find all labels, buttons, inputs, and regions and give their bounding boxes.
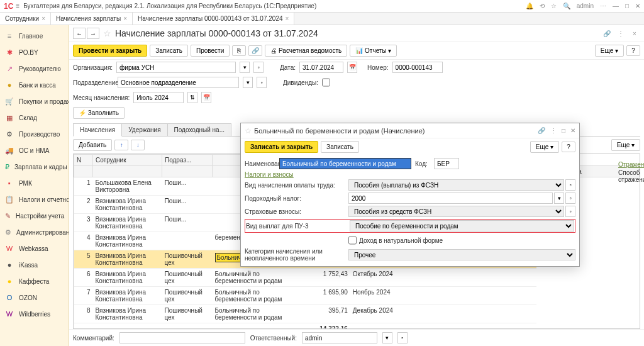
search-icon[interactable]: 🔍	[563, 3, 570, 9]
org-field[interactable]	[116, 62, 236, 73]
reports-dropdown[interactable]: 📊 Отчеты ▾	[350, 45, 397, 57]
menu-icon[interactable]: ≡	[16, 3, 19, 9]
grid-more-button[interactable]: Еще ▾	[611, 139, 640, 151]
table-row[interactable]: 7Вязникова Ирина КонстантиновнаПошивочны…	[74, 287, 640, 305]
tab-employees[interactable]: Сотрудники×	[0, 13, 51, 25]
link-icon[interactable]: 🔗	[601, 28, 613, 38]
open-icon[interactable]: ▫	[397, 332, 408, 343]
sidebar-item[interactable]: 📋Налоги и отчетность	[0, 191, 69, 208]
history-icon[interactable]: ⟲	[540, 3, 545, 9]
link-icon[interactable]: 🔗	[248, 45, 262, 56]
nav-fwd-button[interactable]: →	[87, 28, 99, 39]
sidebar-item[interactable]: ●Каффеста	[0, 273, 69, 289]
table-row[interactable]: 8Вязникова Ирина КонстантиновнаПошивочны…	[74, 305, 640, 323]
cat-field[interactable]: Прочее	[348, 249, 575, 260]
structure-icon[interactable]: ⎘	[232, 45, 246, 56]
sidebar-item[interactable]: ●Банк и касса	[0, 77, 69, 93]
name-field[interactable]	[279, 158, 411, 169]
sidebar-item[interactable]: OOZON	[0, 289, 69, 306]
div-field[interactable]	[118, 77, 239, 88]
dropdown-icon[interactable]: ▾	[240, 62, 250, 73]
modal-write-close-button[interactable]: Записать и закрыть	[245, 141, 318, 153]
favorite-icon[interactable]: ☆	[245, 126, 252, 135]
open-icon[interactable]: ▫	[565, 193, 575, 204]
move-up-button[interactable]: ↑	[114, 140, 128, 150]
sidebar-item[interactable]: ▦Склад	[0, 109, 69, 126]
modal-more-button[interactable]: Еще ▾	[530, 141, 559, 153]
link-icon[interactable]: 🔗	[538, 127, 545, 134]
comment-field[interactable]	[119, 332, 245, 343]
favorite-icon[interactable]: ☆	[103, 28, 111, 38]
nav-back-button[interactable]: ←	[73, 28, 86, 39]
maximize-icon[interactable]: □	[562, 127, 565, 134]
maximize-icon[interactable]: □	[625, 3, 629, 9]
sidebar-item[interactable]: ↗Руководителю	[0, 60, 69, 77]
open-icon[interactable]: ▫	[257, 77, 267, 88]
stepper-icon[interactable]: ⇅	[187, 92, 197, 103]
sidebar-item[interactable]: ⚙Производство	[0, 126, 69, 142]
post-close-button[interactable]: Провести и закрыть	[73, 45, 147, 57]
fill-button[interactable]: ⚡ Заполнить	[73, 107, 125, 119]
natural-income-checkbox[interactable]	[348, 235, 357, 246]
write-button[interactable]: Записать	[150, 45, 188, 57]
more-button[interactable]: Еще ▾	[595, 45, 624, 57]
sidebar-item[interactable]: ⚙Администрирование	[0, 224, 69, 240]
modal-write-button[interactable]: Записать	[321, 141, 359, 153]
column-header[interactable]: Подраз...	[162, 155, 213, 166]
calendar-icon[interactable]: 📅	[347, 62, 357, 73]
sidebar-item[interactable]: WWildberries	[0, 306, 69, 322]
sidebar-item[interactable]: ▪РМК	[0, 175, 69, 191]
user-name[interactable]: admin	[577, 3, 594, 9]
column-header[interactable]: Сотрудник	[93, 155, 162, 166]
sidebar-item[interactable]: ●iKassa	[0, 257, 69, 273]
open-icon[interactable]: ▫	[565, 179, 575, 191]
dropdown-icon[interactable]: ▾	[554, 193, 564, 204]
calendar-icon[interactable]: 📅	[201, 92, 211, 103]
strah-field[interactable]: Пособия из средств ФСЗН	[348, 206, 564, 217]
month-field[interactable]	[133, 92, 184, 103]
payroll-report-button[interactable]: 🖨 Расчетная ведомость	[265, 45, 347, 57]
more-icon[interactable]: ⋮	[550, 127, 557, 134]
tab-charges[interactable]: Начисления	[73, 123, 122, 137]
close-icon[interactable]: ✕	[635, 3, 640, 9]
date-field[interactable]	[299, 62, 343, 73]
tab-income-tax[interactable]: Подоходный на...	[167, 123, 231, 136]
bell-icon[interactable]: 🔔	[526, 3, 533, 9]
more-icon[interactable]: ⋮	[615, 28, 626, 38]
sidebar-item[interactable]: ✱PO.BY	[0, 44, 69, 60]
num-field[interactable]	[392, 62, 443, 73]
dividends-checkbox[interactable]	[322, 77, 330, 88]
open-icon[interactable]: ▫	[565, 206, 575, 217]
close-icon[interactable]: ×	[123, 15, 127, 22]
dropdown-icon[interactable]: ▾	[243, 77, 253, 88]
responsible-field[interactable]	[302, 332, 377, 343]
sidebar-item[interactable]: 🛒Покупки и продажи	[0, 93, 69, 109]
tab-payroll-list[interactable]: Начисления зарплаты×	[51, 13, 133, 25]
close-icon[interactable]: ×	[42, 15, 45, 22]
sidebar-item[interactable]: ✎Настройки учета	[0, 208, 69, 224]
column-header[interactable]: N	[74, 155, 93, 166]
sidebar-item[interactable]: ₽Зарплата и кадры	[0, 159, 69, 175]
options-icon[interactable]: ⋯	[600, 3, 606, 9]
move-down-button[interactable]: ↓	[131, 140, 145, 150]
close-icon[interactable]: ×	[286, 15, 289, 22]
tab-deductions[interactable]: Удержания	[121, 123, 167, 136]
pu3-field[interactable]: Пособие по беременности и родам	[350, 220, 574, 232]
tab-payroll-doc[interactable]: Начисление зарплаты 0000-000143 от 31.07…	[133, 13, 294, 25]
sidebar-item[interactable]: WWebkassa	[0, 240, 69, 257]
sidebar-item[interactable]: ≡Главное	[0, 28, 69, 44]
modal-help-button[interactable]: ?	[562, 142, 575, 152]
code-field[interactable]	[434, 158, 459, 169]
vid-field[interactable]: Пособия (выплаты) из ФСЗН	[348, 179, 564, 191]
open-icon[interactable]: ▫	[253, 62, 264, 73]
help-button[interactable]: ?	[626, 45, 640, 56]
dropdown-icon[interactable]: ▾	[382, 332, 392, 343]
sidebar-item[interactable]: 🚚ОС и НМА	[0, 142, 69, 159]
pod-field[interactable]	[348, 193, 553, 204]
close-icon[interactable]: ✕	[570, 127, 575, 134]
post-button[interactable]: Провести	[191, 45, 230, 57]
star-icon[interactable]: ☆	[551, 3, 557, 9]
add-row-button[interactable]: Добавить	[73, 139, 112, 151]
minimize-icon[interactable]: —	[613, 3, 619, 9]
table-row[interactable]: 6Вязникова Ирина КонстантиновнаПошивочны…	[74, 269, 640, 287]
